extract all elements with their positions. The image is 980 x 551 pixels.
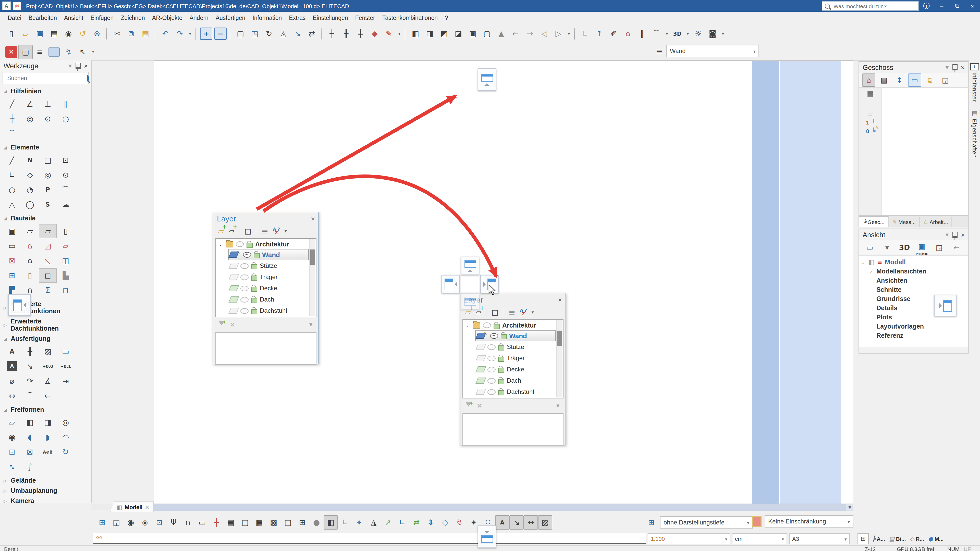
chevron-down-icon[interactable]: ⌄ — [218, 241, 223, 247]
dimension-chain-tool[interactable]: ╫ — [21, 345, 39, 359]
tree-item[interactable]: Referenz — [859, 331, 968, 340]
perspective-toggle[interactable]: ◧ — [324, 515, 338, 530]
visibility-eye-icon[interactable] — [240, 263, 248, 268]
perspective-cone-button[interactable]: ▲ — [494, 27, 508, 41]
dock-cross-top-indicator[interactable] — [461, 257, 479, 275]
tree-item[interactable]: ›Modellansichten — [859, 267, 968, 276]
view-layout-dropdown[interactable]: ▾ — [880, 241, 895, 254]
layer-row[interactable]: Träger — [475, 353, 556, 364]
layer-swatch-icon[interactable] — [476, 355, 486, 361]
mirror-element-button[interactable]: ◬ — [276, 27, 290, 41]
scale-select[interactable]: 1:100 — [648, 533, 730, 545]
axis-arrow-button[interactable]: ↗ — [381, 515, 395, 530]
guide-perpendicular-tool[interactable]: ⊥ — [39, 97, 57, 111]
storey-axis-button[interactable]: ↕ — [893, 73, 906, 87]
model-back-button[interactable]: ← — [950, 241, 963, 254]
layer-scrollbar[interactable] — [309, 239, 315, 316]
layer-row[interactable]: Dach — [475, 375, 556, 386]
panel-menu-dropdown[interactable]: ▼ — [945, 232, 950, 237]
view-hidden-button[interactable]: ◩ — [437, 27, 451, 41]
polyline-select-button[interactable]: ↯ — [61, 44, 76, 59]
rectangle-point-tool[interactable]: ⊡ — [57, 153, 75, 167]
storey-list-area[interactable] — [882, 88, 968, 215]
guide-line-tool[interactable]: ╱ — [3, 97, 21, 111]
dimension-frame-tool[interactable]: ▭ — [57, 345, 75, 359]
add-filter-icon[interactable] — [218, 321, 224, 328]
layer-name[interactable]: Decke — [260, 285, 277, 292]
view-contrast-button[interactable]: ◲ — [932, 241, 946, 254]
info-button[interactable]: ⓘ — [919, 0, 934, 12]
collapse-icon[interactable]: ◢ — [3, 407, 8, 412]
section-header[interactable]: ◢Bauteile — [0, 213, 91, 224]
flip-vertical-button[interactable]: ⇕ — [424, 515, 438, 530]
view-ghost-button[interactable]: ▢ — [480, 27, 494, 41]
zoom-in-button[interactable]: + — [200, 27, 212, 40]
double-contour-tool[interactable]: P — [39, 183, 57, 197]
expand-icon[interactable]: ▷ — [3, 305, 7, 310]
menu-item[interactable]: Einstellungen — [309, 15, 352, 21]
camera-dropdown[interactable]: ▾ — [720, 27, 726, 41]
roof-edit-tool[interactable]: ◿ — [39, 239, 57, 253]
expand-icon[interactable]: ▷ — [3, 478, 8, 483]
workplane-button[interactable]: ∟ — [578, 27, 592, 41]
flip-horizontal-button[interactable]: ⇄ — [409, 515, 424, 530]
menu-item[interactable]: Bearbeiten — [25, 15, 60, 21]
freeform-join-tool[interactable]: ◨ — [39, 415, 57, 430]
menu-item[interactable]: Fenster — [352, 15, 379, 21]
dock-right-indicator[interactable] — [934, 295, 956, 316]
freeform-trim-tool[interactable]: ∫ — [21, 460, 39, 474]
storey-row[interactable]: 0 — [865, 127, 875, 135]
dock-cross-right-indicator[interactable] — [480, 275, 499, 293]
visibility-eye-icon[interactable] — [487, 355, 496, 361]
close-button[interactable]: × — [965, 0, 980, 12]
save-version-button[interactable]: ⊛ — [90, 27, 104, 41]
storey-home-button[interactable]: ⌂ — [862, 73, 875, 87]
roof-tool-button[interactable]: ⌂ — [620, 27, 635, 41]
tree-item[interactable]: Layoutvorlagen — [859, 322, 968, 331]
layer-row[interactable]: Träger — [228, 272, 309, 283]
layer-name[interactable]: Dach — [260, 296, 274, 303]
layer-stack-button[interactable]: ≡ — [33, 44, 47, 59]
open-version-button[interactable]: ↺ — [76, 27, 90, 41]
layer-row[interactable]: Stütze — [228, 260, 309, 272]
pin-icon[interactable] — [953, 232, 958, 238]
redline-pen-button[interactable]: ✎ — [382, 27, 396, 41]
close-icon[interactable] — [84, 62, 88, 70]
export-pdf-dxf-button[interactable]: ▣ — [915, 240, 928, 253]
layer-row[interactable]: Dach — [228, 294, 309, 305]
contour-tool[interactable]: ∟ — [3, 168, 21, 182]
diameter-dimension-tool[interactable]: ⌀ — [3, 374, 21, 388]
canvas-horizontal-scrollbar[interactable]: ▼ — [154, 503, 853, 511]
search-input[interactable] — [832, 2, 911, 10]
visibility-eye-icon[interactable] — [487, 389, 496, 395]
fit-view-button[interactable]: ⊡ — [152, 515, 166, 530]
sheet-button[interactable]: ▭ — [195, 515, 209, 530]
collapse-icon[interactable]: ◢ — [3, 337, 8, 341]
column-axis-button[interactable]: ∥ — [635, 27, 649, 41]
unlocked-padlock-icon[interactable] — [498, 368, 504, 373]
restriction-select[interactable]: Keine Einschränkung — [765, 515, 853, 527]
unlocked-padlock-icon[interactable] — [247, 243, 253, 248]
next-object-button[interactable]: → — [523, 27, 537, 41]
zoom-object-button[interactable]: ◈ — [138, 515, 152, 530]
print-button[interactable]: ▤ — [47, 27, 61, 41]
wall-opening-tool[interactable]: ◻ — [39, 268, 57, 283]
select-dropdown[interactable]: ▾ — [90, 44, 97, 59]
sort-layers-button[interactable] — [520, 309, 527, 316]
layer-group-row[interactable]: ⌄ Architektur — [216, 239, 316, 249]
expand-icon[interactable]: ▷ — [3, 323, 7, 327]
tree-item[interactable]: Ansichten — [859, 276, 968, 285]
cancel-selection-button[interactable]: ✕ — [5, 46, 18, 58]
guide-circle-tool[interactable]: ⊙ — [39, 112, 57, 126]
layer-filter-list[interactable] — [463, 413, 563, 446]
tools-search[interactable] — [3, 72, 89, 84]
arc-tool-button[interactable]: ⌒ — [649, 27, 663, 41]
guide-angle-tool[interactable]: ∠ — [21, 97, 39, 111]
freeform-sweep-tool[interactable]: ◖ — [21, 430, 39, 445]
close-tab-icon[interactable] — [145, 503, 149, 511]
unlocked-padlock-icon[interactable] — [251, 275, 257, 281]
ellipse-tool[interactable]: ◯ — [21, 197, 39, 212]
polygon-tool[interactable]: ◇ — [21, 168, 39, 182]
menu-item[interactable]: Ausfertigen — [212, 15, 249, 21]
layer-name[interactable]: Dachstuhl — [507, 388, 534, 395]
